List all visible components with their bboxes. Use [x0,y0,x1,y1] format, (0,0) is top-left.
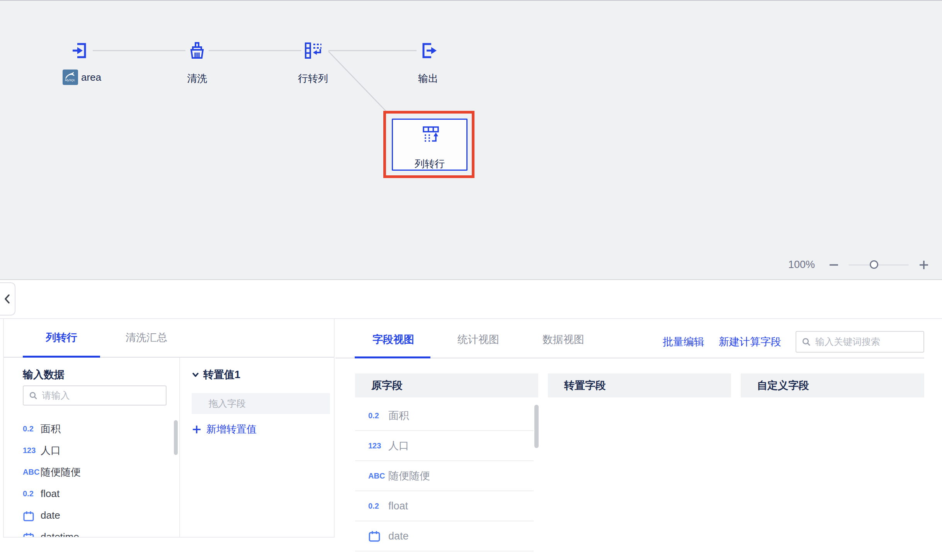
keyword-search-input[interactable] [815,336,918,347]
field-name: date [41,509,60,521]
original-fields-header: 原字段 [355,373,538,397]
dropzone-placeholder: 拖入字段 [209,397,246,410]
field-name: 面积 [41,422,61,436]
collapse-panel-button[interactable] [0,282,15,316]
input-field-item[interactable]: 0.2 面积 [23,418,170,440]
calendar-icon [23,509,41,522]
calendar-icon [368,530,388,542]
chevron-left-icon [4,294,11,304]
zoom-out-button[interactable] [828,260,839,270]
integer-type-badge: 123 [23,446,41,455]
number-type-badge: 0.2 [23,424,41,433]
input-field-item[interactable]: datetime [23,526,170,538]
column-to-row-node-label: 列转行 [393,157,466,171]
field-name: 随便随便 [41,465,81,479]
input-field-item[interactable]: date [23,504,170,526]
transpose-group-label: 转置值1 [203,368,240,382]
active-tab-underline [23,356,100,358]
flow-canvas[interactable]: MySQL area 清洗 行转列 [0,0,942,279]
original-fields-scrollbar[interactable] [534,405,539,448]
zoom-level: 100% [788,259,819,271]
transpose-config-card: 列转行 清洗汇总 输入数据 0.2 面积 123 人口 ABC 随便随便 0.2… [3,319,335,538]
number-type-badge: 0.2 [23,489,41,498]
row-to-column-node-label: 行转列 [286,72,340,85]
input-field-item[interactable]: 123 人口 [23,440,170,461]
chevron-down-icon [192,371,199,378]
search-icon [29,391,37,400]
field-name: float [41,488,60,500]
output-node-icon[interactable] [418,41,438,60]
input-node-label: area [81,71,101,83]
field-name: datetime [41,531,79,538]
column-to-row-node[interactable]: 列转行 [392,119,468,171]
vertical-divider [179,358,180,537]
column-to-row-node-icon [422,125,440,143]
output-node-label: 输出 [401,72,455,85]
plus-icon [192,424,202,434]
left-tab-row: 列转行 清洗汇总 [4,319,334,358]
calendar-clock-icon [23,530,41,538]
tab-field-view[interactable]: 字段视图 [355,333,432,346]
svg-text:MySQL: MySQL [65,78,75,82]
input-field-item[interactable]: ABC 随便随便 [23,461,170,483]
keyword-search-box[interactable] [796,331,924,353]
input-node-icon[interactable] [71,41,91,60]
batch-edit-link[interactable]: 批量编辑 [663,335,704,349]
drag-field-dropzone[interactable]: 拖入字段 [192,393,330,414]
tab-column-to-row[interactable]: 列转行 [23,331,100,344]
field-filter-input[interactable] [42,390,160,401]
original-field-row[interactable]: 123 人口 [355,431,534,461]
field-name: float [388,500,408,512]
integer-type-badge: 123 [368,441,388,450]
original-fields-list: 0.2 面积 123 人口 ABC 随便随便 0.2 float date [355,401,538,560]
original-field-row[interactable]: 0.2 float [355,491,534,521]
original-field-row[interactable]: date [355,521,534,552]
field-name: 人口 [388,439,409,453]
zoom-slider-track[interactable] [848,264,909,266]
input-node-label-group[interactable]: MySQL area [63,70,101,85]
custom-fields-header: 自定义字段 [741,373,924,397]
add-transpose-value-button[interactable]: 新增转置值 [192,423,257,436]
add-transpose-value-label: 新增转置值 [206,423,257,436]
field-name: date [388,530,409,542]
zoom-slider-knob[interactable] [870,260,878,269]
transposed-fields-header: 转置字段 [548,373,731,397]
active-view-tab-underline [355,356,430,358]
mysql-icon: MySQL [63,70,78,85]
zoom-in-button[interactable] [918,260,929,270]
clean-node-icon[interactable] [187,41,207,60]
field-name: 人口 [41,444,61,457]
transpose-group-header[interactable]: 转置值1 [192,368,240,382]
input-data-heading: 输入数据 [23,368,65,382]
tab-statistics-view[interactable]: 统计视图 [440,333,517,346]
row-to-column-node-icon[interactable] [303,41,323,60]
search-icon [802,337,811,347]
tab-clean-summary[interactable]: 清洗汇总 [108,331,185,344]
input-field-item[interactable]: 0.2 float [23,483,170,504]
clean-node-label: 清洗 [170,72,224,85]
tab-data-view[interactable]: 数据视图 [525,333,602,346]
text-type-badge: ABC [23,468,41,477]
number-type-badge: 0.2 [368,502,388,511]
original-field-row[interactable]: 0.2 面积 [355,401,534,431]
new-calculated-field-link[interactable]: 新建计算字段 [719,335,781,349]
field-name: 随便随便 [388,469,430,483]
original-field-row[interactable]: ABC 随便随便 [355,461,534,491]
number-type-badge: 0.2 [368,411,388,420]
config-panel-header: 列转行 [0,279,942,319]
field-filter-search[interactable] [23,385,167,406]
text-type-badge: ABC [368,472,388,480]
field-name: 面积 [388,409,409,423]
field-list-scrollbar[interactable] [174,420,178,455]
